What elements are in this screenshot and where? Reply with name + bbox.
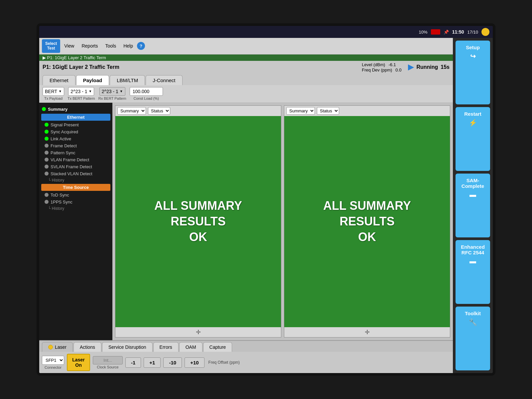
select-test-button[interactable]: Select Test — [42, 39, 60, 53]
bottom-tab-capture[interactable]: Capture — [203, 342, 232, 352]
left-result-footer: ✛ — [115, 327, 281, 337]
pattern-sync-dot — [45, 151, 49, 155]
help-icon[interactable]: ? — [137, 42, 145, 50]
toolkit-icon: 🔧 — [469, 318, 477, 326]
setup-label: Setup — [466, 45, 480, 50]
clock-source-input[interactable] — [93, 356, 123, 364]
left-panel-dropdown1[interactable]: Summary — [117, 107, 146, 115]
sam-label: SAM-Complete — [462, 178, 484, 189]
setup-button[interactable]: Setup ↪ — [456, 41, 490, 104]
menu-view[interactable]: View — [61, 42, 77, 50]
pin-icon: 📌 — [444, 30, 449, 35]
restart-icon: ⚡ — [469, 119, 477, 127]
menu-help[interactable]: Help — [120, 42, 136, 50]
history-separator-2: └ History — [39, 205, 112, 211]
rx-bert-group: 2^23 - 1 ▼ Rx BERT Pattern — [98, 87, 126, 100]
restart-label: Restart — [464, 111, 481, 117]
bottom-tab-actions[interactable]: Actions — [73, 342, 101, 352]
freq-minus10-button[interactable]: -10 — [163, 357, 182, 368]
sam-icon: ▬ — [469, 191, 476, 199]
sidebar-tree: Summary Ethernet Signal Present Sync Acq… — [39, 103, 112, 340]
tree-frame-detect[interactable]: Frame Detect — [39, 142, 112, 149]
tab-ethernet[interactable]: Ethernet — [43, 75, 75, 85]
tree-link-active[interactable]: Link Active — [39, 135, 112, 142]
stacked-vlan-dot — [45, 172, 49, 176]
left-result-content: ALL SUMMARYRESULTSOK — [115, 116, 281, 327]
freq-value: 0.0 — [395, 67, 401, 72]
toolkit-button[interactable]: Toolkit 🔧 — [456, 307, 490, 370]
tab-jconnect[interactable]: J-Connect — [146, 75, 182, 85]
tree-tod-sync[interactable]: ToD Sync — [39, 192, 112, 199]
tx-bert-group: 2^23 - 1 ▼ Tx BERT Pattern — [67, 87, 95, 100]
bottom-controls: SFP1 Connector Laser On Clock Source -1 … — [39, 352, 453, 373]
signal-present-dot — [45, 123, 49, 127]
freq-plus1-button[interactable]: +1 — [144, 357, 161, 368]
running-time: 15s — [441, 64, 450, 70]
clock: 11:50 — [452, 29, 464, 35]
controls-row: BERT ▼ Tx Payload 2^23 - 1 ▼ Tx BERT Pat… — [39, 85, 453, 103]
menu-tools[interactable]: Tools — [102, 42, 119, 50]
tree-header: Summary — [39, 105, 112, 113]
tab-lbm[interactable]: LBM/LTM — [110, 75, 145, 85]
results-area: Summary Status ALL SUMMARYRESULTSOK ✛ — [112, 103, 453, 340]
setup-icon: ↪ — [470, 52, 476, 60]
tree-1pps-sync[interactable]: 1PPS Sync — [39, 199, 112, 205]
time-source-btn[interactable]: Time Source — [41, 184, 110, 191]
sam-complete-button[interactable]: SAM-Complete ▬ — [456, 174, 490, 237]
const-load-input[interactable] — [130, 87, 163, 96]
freq-offset-label: Freq Offset (ppm) — [208, 360, 240, 365]
tree-summary-label: Summary — [48, 107, 67, 112]
sun-icon — [481, 28, 489, 36]
summary-dot — [42, 107, 46, 111]
tx-payload-label: Tx Payload — [44, 96, 63, 100]
tx-bert-select[interactable]: 2^23 - 1 ▼ — [68, 87, 94, 96]
clock-source-label: Clock Source — [97, 365, 118, 369]
tree-sync-acquired[interactable]: Sync Acquired — [39, 128, 112, 135]
frame-detect-dot — [45, 144, 49, 148]
toolkit-label: Toolkit — [465, 311, 481, 316]
tree-vlan-frame[interactable]: VLAN Frame Detect — [39, 156, 112, 163]
tree-stacked-vlan[interactable]: Stacked VLAN Detect — [39, 170, 112, 177]
enhanced-icon: ▬ — [469, 257, 476, 265]
freq-label: Freq Dev (ppm) — [362, 67, 392, 72]
rx-bert-select[interactable]: 2^23 - 1 ▼ — [99, 87, 125, 96]
signal-bar: ▶ P1: 1GigE Layer 2 Traffic Term — [39, 55, 453, 61]
restart-button[interactable]: Restart ⚡ — [456, 107, 490, 171]
freq-minus1-button[interactable]: -1 — [125, 357, 141, 368]
bottom-tab-service-disruption[interactable]: Service Disruption — [102, 342, 153, 352]
tx-payload-group: BERT ▼ Tx Payload — [43, 87, 64, 100]
svlan-dot — [45, 165, 49, 169]
connector-select[interactable]: SFP1 — [42, 356, 64, 365]
battery-pct: 10% — [419, 30, 428, 35]
right-panel-dropdown2[interactable]: Status — [317, 107, 339, 115]
freq-plus10-button[interactable]: +10 — [185, 357, 204, 368]
const-load-group: Const Load (%) — [130, 87, 163, 100]
ethernet-section-btn[interactable]: Ethernet — [41, 114, 110, 121]
tree-signal-present[interactable]: Signal Present — [39, 121, 112, 128]
right-panel-dropdown1[interactable]: Summary — [286, 107, 315, 115]
right-sidebar: Setup ↪ Restart ⚡ SAM-Complete ▬ Enhance… — [453, 38, 493, 373]
bottom-tab-laser[interactable]: Laser — [42, 342, 73, 352]
signal-bar-label: ▶ P1: 1GigE Layer 2 Traffic Term — [43, 55, 106, 60]
laser-on-button[interactable]: Laser On — [67, 354, 90, 371]
right-move-icon[interactable]: ✛ — [365, 329, 370, 336]
left-panel-dropdown2[interactable]: Status — [148, 107, 170, 115]
enhanced-rfc-button[interactable]: EnhancedRFC 2544 ▬ — [456, 240, 490, 304]
tx-bert-label: Tx BERT Pattern — [67, 96, 95, 100]
tree-pattern-sync[interactable]: Pattern Sync — [39, 149, 112, 156]
tab-bar: Ethernet Payload LBM/LTM J-Connect — [39, 74, 453, 85]
bottom-tab-errors[interactable]: Errors — [153, 342, 179, 352]
laser-status-dot — [48, 345, 53, 349]
tx-payload-select[interactable]: BERT ▼ — [43, 87, 64, 96]
menu-reports[interactable]: Reports — [78, 42, 101, 50]
result-panel-left-header: Summary Status — [115, 106, 281, 116]
right-result-content: ALL SUMMARYRESULTSOK — [284, 116, 450, 327]
left-move-icon[interactable]: ✛ — [196, 329, 201, 336]
right-result-footer: ✛ — [284, 327, 450, 337]
top-status-bar: 10% 📌 11:50 17/10 — [39, 26, 493, 38]
const-load-label: Const Load (%) — [134, 96, 159, 100]
bottom-tab-oam[interactable]: OAM — [179, 342, 202, 352]
left-result-text: ALL SUMMARYRESULTSOK — [154, 198, 242, 245]
tab-payload[interactable]: Payload — [76, 75, 109, 85]
tree-svlan-frame[interactable]: SVLAN Frame Detect — [39, 163, 112, 170]
